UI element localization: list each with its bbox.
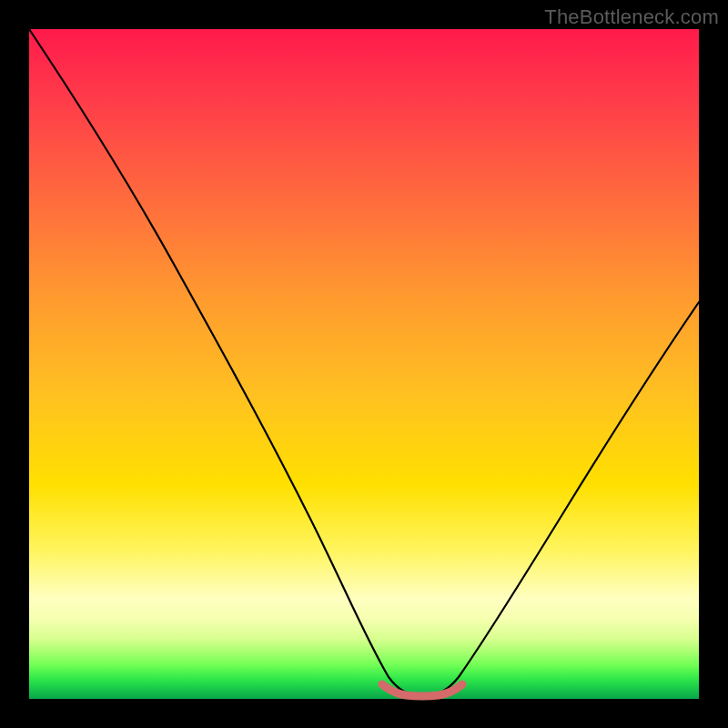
main-curve — [29, 29, 699, 696]
watermark-text: TheBottleneck.com — [544, 5, 719, 29]
chart-svg — [29, 29, 699, 699]
chart-frame: TheBottleneck.com — [0, 0, 728, 728]
